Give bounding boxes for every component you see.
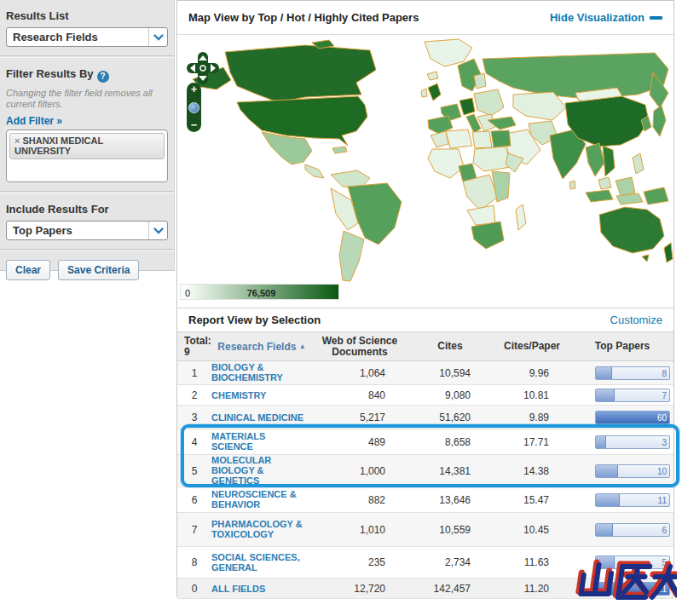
row-cites-per-paper-value: 10.81 [493, 385, 571, 406]
top-papers-bar: 3 [595, 435, 670, 449]
top-papers-bar-fill [596, 367, 612, 379]
research-field-link[interactable]: NEUROSCIENCE & BEHAVIOR [211, 489, 307, 509]
legend-gradient: 0 76,509 [180, 284, 339, 300]
hide-visualization-link[interactable]: Hide Visualization [550, 11, 662, 24]
table-row[interactable]: 6 NEUROSCIENCE & BEHAVIOR 882 13,646 15.… [177, 487, 673, 513]
top-papers-bar: 8 [595, 366, 670, 380]
research-field-link[interactable]: ALL FIELDS [211, 584, 265, 594]
report-view-title: Report View by Selection [188, 314, 321, 326]
row-cites-per-paper-value: 14.38 [493, 455, 571, 487]
top-papers-bar: 60 [595, 411, 670, 424]
chevron-down-icon [148, 222, 167, 239]
zoom-in-icon[interactable]: + [191, 84, 198, 95]
column-wos-documents[interactable]: Web of Science Documents [312, 332, 407, 361]
top-papers-bar-fill [596, 389, 615, 401]
row-cites-value: 10,594 [407, 361, 493, 385]
row-cites-value: 14,381 [407, 455, 493, 487]
top-papers-bar: 7 [595, 389, 670, 402]
row-cites-per-paper-value: 17.71 [493, 429, 571, 455]
top-papers-value: 10 [657, 467, 667, 476]
report-table: Total:9 Research Fields ▲ Web of Science… [177, 331, 673, 599]
column-cites-per-paper[interactable]: Cites/Paper [493, 332, 571, 361]
table-row[interactable]: 7 PHARMACOLOGY & TOXICOLOGY 1,010 10,559… [177, 513, 673, 547]
top-papers-value: 11 [658, 496, 667, 505]
table-row[interactable]: 5 MOLECULAR BIOLOGY & GENETICS 1,000 14,… [177, 455, 673, 487]
row-cites-per-paper-value: 9.89 [493, 406, 571, 429]
table-row[interactable]: 0 ALL FIELDS 12,720 142,457 11.20 121 [177, 579, 673, 599]
results-list-select[interactable]: Research Fields [6, 27, 168, 47]
world-map[interactable] [177, 35, 673, 282]
row-rank: 8 [177, 547, 211, 579]
top-papers-bar-fill [596, 556, 615, 568]
top-papers-value: 6 [662, 526, 667, 535]
research-field-link[interactable]: MOLECULAR BIOLOGY & GENETICS [211, 455, 307, 486]
legend-max-value: 76,509 [247, 288, 276, 298]
row-docs-value: 840 [312, 385, 407, 406]
top-papers-bar-fill [596, 494, 620, 506]
row-cites-value: 51,620 [407, 406, 493, 429]
column-cites[interactable]: Cites [407, 332, 493, 361]
column-research-fields[interactable]: Research Fields ▲ [211, 332, 312, 361]
row-rank: 0 [177, 579, 211, 599]
research-field-link[interactable]: BIOLOGY & BIOCHEMISTRY [211, 362, 307, 383]
row-cites-value: 10,559 [407, 513, 493, 547]
collapse-icon [650, 16, 662, 20]
report-table-body: 1 BIOLOGY & BIOCHEMISTRY 1,064 10,594 9.… [177, 361, 673, 599]
row-docs-value: 1,064 [312, 361, 407, 385]
save-criteria-button[interactable]: Save Criteria [58, 260, 139, 280]
row-rank: 2 [177, 385, 211, 406]
filter-chip-label: SHANXI MEDICAL UNIVERSITY [14, 135, 103, 156]
active-filters-box: ×SHANXI MEDICAL UNIVERSITY [6, 130, 168, 182]
row-docs-value: 1,000 [312, 455, 407, 487]
table-row[interactable]: 8 SOCIAL SCIENCES, GENERAL 235 2,734 11.… [177, 547, 673, 579]
top-papers-bar-fill [596, 436, 606, 448]
top-papers-bar-fill [596, 524, 613, 536]
sidebar: Results List Research Fields Filter Resu… [0, 0, 175, 271]
map-view-title: Map View by Top / Hot / Highly Cited Pap… [188, 11, 419, 24]
add-filter-link[interactable]: Add Filter » [0, 110, 68, 130]
zoom-out-icon[interactable]: − [191, 120, 198, 130]
clear-button[interactable]: Clear [6, 260, 50, 280]
map-pan-control[interactable] [186, 52, 220, 84]
top-papers-bar: 6 [595, 523, 670, 537]
top-papers-value: 60 [657, 413, 667, 423]
research-field-link[interactable]: CHEMISTRY [211, 390, 266, 400]
row-cites-value: 2,734 [407, 547, 493, 579]
row-docs-value: 12,720 [312, 579, 407, 599]
row-docs-value: 5,217 [312, 406, 407, 429]
table-row[interactable]: 2 CHEMISTRY 840 9,080 10.81 7 [177, 385, 673, 406]
customize-link[interactable]: Customize [610, 314, 662, 326]
row-rank: 6 [177, 487, 211, 513]
column-top-papers[interactable]: Top Papers [571, 332, 673, 361]
filter-chip[interactable]: ×SHANXI MEDICAL UNIVERSITY [9, 133, 165, 159]
row-docs-value: 1,010 [312, 513, 407, 547]
top-papers-bar-fill [596, 465, 618, 477]
include-results-heading: Include Results For [0, 193, 174, 221]
row-cites-per-paper-value: 9.96 [493, 361, 571, 385]
filter-help-note: Changing the filter field removes all cu… [0, 88, 174, 110]
table-row[interactable]: 4 MATERIALS SCIENCE 489 8,658 17.71 3 [177, 429, 673, 455]
page: Results List Research Fields Filter Resu… [0, 0, 682, 616]
results-list-heading: Results List [0, 0, 174, 27]
research-field-link[interactable]: PHARMACOLOGY & TOXICOLOGY [211, 519, 307, 539]
table-row[interactable]: 3 CLINICAL MEDICINE 5,217 51,620 9.89 60 [177, 406, 673, 429]
research-field-link[interactable]: MATERIALS SCIENCE [211, 431, 307, 452]
research-field-link[interactable]: CLINICAL MEDICINE [211, 412, 303, 423]
total-header: Total:9 [177, 332, 211, 361]
remove-filter-icon[interactable]: × [14, 135, 20, 146]
globe-icon[interactable] [188, 102, 199, 113]
row-cites-per-paper-value: 11.63 [493, 547, 571, 579]
help-icon[interactable]: ? [97, 71, 109, 83]
row-cites-value: 8,658 [407, 429, 493, 455]
map-legend: 0 76,509 [177, 282, 673, 308]
results-list-value: Research Fields [13, 31, 98, 43]
row-rank: 3 [177, 406, 211, 429]
row-cites-per-paper-value: 11.20 [493, 579, 571, 599]
top-papers-value: 5 [662, 558, 667, 567]
top-papers-value: 121 [652, 584, 667, 594]
table-row[interactable]: 1 BIOLOGY & BIOCHEMISTRY 1,064 10,594 9.… [177, 361, 673, 385]
research-field-link[interactable]: SOCIAL SCIENCES, GENERAL [211, 552, 307, 573]
row-rank: 5 [177, 455, 211, 487]
row-docs-value: 882 [312, 487, 407, 513]
include-results-select[interactable]: Top Papers [6, 221, 168, 240]
